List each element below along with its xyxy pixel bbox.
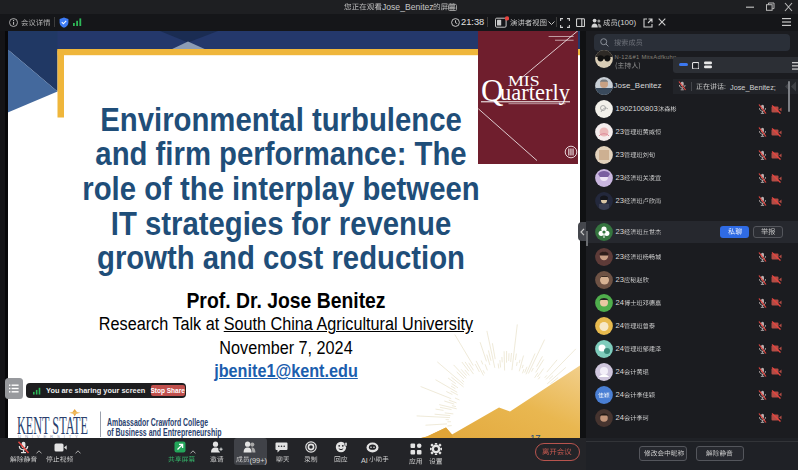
svg-text:uarterly: uarterly (500, 79, 571, 104)
svg-text:of Business and Entrepreneursh: of Business and Entrepreneurship (107, 426, 222, 438)
